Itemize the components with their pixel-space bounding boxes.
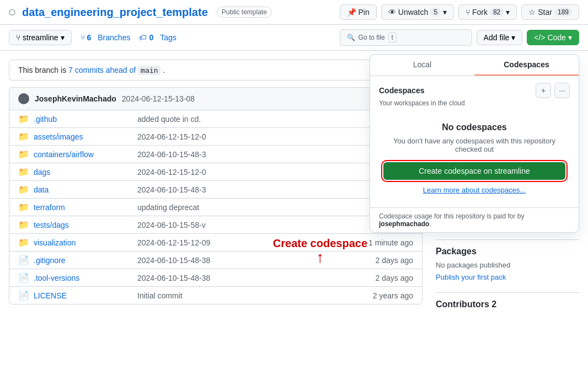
sub-bar: ⑂ streamline ▾ ⑂ 6 Branches 🏷 0 Tags 🔍 G… (0, 25, 588, 51)
branch-selector[interactable]: ⑂ streamline ▾ (9, 30, 72, 45)
branch-count-icon: ⑂ (81, 33, 85, 42)
ahead-alert: This branch is 7 commits ahead of main . (9, 60, 423, 81)
code-dropdown: Local Codespaces Codespaces + ··· Your w… (370, 54, 579, 233)
branch-icon: ⑂ (16, 33, 20, 42)
top-bar: ⬡ data_engineering_project_template Publ… (0, 0, 588, 25)
sidebar-divider3 (436, 292, 579, 293)
folder-icon: 📁 (18, 114, 29, 124)
no-codespaces-desc: You don't have any codespaces with this … (383, 137, 565, 153)
create-codespace-button[interactable]: Create codespace on streamline (383, 162, 565, 180)
fork-icon: ⑂ (466, 8, 470, 17)
chevron-down-icon2: ▾ (506, 8, 510, 17)
folder-icon: 📁 (18, 131, 29, 142)
pin-button[interactable]: 📌 Pin (340, 4, 377, 20)
file-name[interactable]: dags (34, 168, 133, 177)
pin-icon: 📌 (347, 8, 356, 17)
file-table-header: JosephKevinMachado 2024-06-12-15-13-08 (9, 88, 422, 110)
table-row: 📁containers/airflow2024-06-10-15-48-3 (9, 146, 422, 163)
file-name[interactable]: .github (34, 115, 133, 124)
file-name[interactable]: assets/images (34, 132, 133, 141)
file-time: 2 days ago (376, 256, 414, 265)
table-row: 📄.tool-versions2024-06-10-15-48-382 days… (9, 269, 422, 287)
codespaces-header: Codespaces + ··· (379, 83, 570, 98)
code-button[interactable]: </> Code ▾ (527, 30, 579, 45)
folder-icon: 📁 (18, 237, 29, 248)
code-icon: </> (534, 33, 545, 42)
tag-icon: 🏷 (139, 33, 147, 42)
commit-time: 2024-06-12-15-13-08 (122, 94, 195, 103)
repo-name[interactable]: data_engineering_project_template (22, 6, 208, 19)
file-icon: 📄 (18, 272, 29, 283)
file-name[interactable]: terraform (34, 203, 133, 212)
branches-link[interactable]: ⑂ 6 Branches (81, 33, 131, 42)
author-name[interactable]: JosephKevinMachado (35, 94, 116, 103)
folder-icon: 📁 (18, 220, 29, 230)
tab-local[interactable]: Local (370, 55, 474, 76)
tab-codespaces[interactable]: Codespaces (474, 55, 579, 76)
search-area: 🔍 Go to file t Add file ▾ </> Code ▾ Loc… (340, 29, 579, 46)
file-commit: Initial commit (137, 291, 368, 300)
table-row: 📁tests/dags2024-06-10-15-58-v (9, 216, 422, 234)
chevron-down-icon4: ▾ (511, 33, 515, 42)
file-name[interactable]: data (34, 185, 133, 194)
table-row: 📁terraformupdating deprecat (9, 199, 422, 216)
search-icon: 🔍 (347, 34, 355, 41)
folder-icon: 📁 (18, 184, 29, 195)
visibility-badge: Public template (217, 7, 272, 18)
packages-desc: No packages published (436, 261, 579, 269)
folder-icon: 📁 (18, 202, 29, 212)
file-name[interactable]: containers/airflow (34, 150, 133, 159)
file-icon: 📄 (18, 255, 29, 265)
annotation-label: Create codespace (273, 237, 367, 250)
codespaces-icons: + ··· (536, 83, 570, 98)
tags-link[interactable]: 🏷 0 Tags (139, 33, 176, 42)
search-shortcut: t (388, 33, 397, 42)
table-row: 📄LICENSEInitial commit2 years ago (9, 287, 422, 304)
star-button[interactable]: ☆ Star 189 (521, 4, 579, 20)
folder-icon: 📁 (18, 167, 29, 177)
sidebar-divider2 (436, 239, 579, 240)
table-row: 📁assets/images2024-06-12-15-12-0 (9, 128, 422, 146)
file-browser: This branch is 7 commits ahead of main .… (9, 60, 423, 320)
file-name[interactable]: visualization (34, 238, 133, 247)
unwatch-button[interactable]: 👁 Unwatch 5 ▾ (381, 4, 454, 20)
add-file-button[interactable]: Add file ▾ (477, 30, 523, 45)
file-icon: 📄 (18, 290, 29, 301)
chevron-down-icon5: ▾ (568, 33, 572, 42)
add-codespace-button[interactable]: + (536, 83, 551, 98)
packages-title: Packages (436, 247, 579, 256)
no-codespaces-title: No codespaces (383, 122, 565, 132)
dropdown-tabs: Local Codespaces (370, 55, 579, 76)
code-dropdown-wrapper: </> Code ▾ Local Codespaces Codespaces (527, 30, 579, 45)
file-time: 1 minute ago (368, 238, 413, 247)
file-name[interactable]: LICENSE (34, 291, 133, 300)
codespaces-title: Codespaces (379, 86, 424, 95)
contributors-section: Contributors 2 (436, 300, 579, 309)
contributors-title: Contributors 2 (436, 300, 579, 309)
star-icon: ☆ (528, 8, 536, 17)
fork-button[interactable]: ⑂ Fork 82 ▾ (458, 4, 517, 20)
annotation-arrow: ↑ (316, 250, 324, 265)
table-row: 📁.githubadded quote in cd. (9, 110, 422, 128)
file-name[interactable]: .gitignore (34, 256, 133, 265)
author-avatar (18, 93, 29, 104)
file-time: 2 days ago (376, 274, 414, 282)
folder-icon: 📁 (18, 149, 29, 159)
file-commit: 2024-06-10-15-48-38 (137, 274, 371, 282)
no-codespaces-panel: No codespaces You don't have any codespa… (379, 114, 570, 199)
file-name[interactable]: tests/dags (34, 221, 133, 229)
file-table: JosephKevinMachado 2024-06-12-15-13-08 📁… (9, 87, 423, 304)
go-to-file-input[interactable]: 🔍 Go to file t (340, 29, 472, 46)
file-rows-container: 📁.githubadded quote in cd.📁assets/images… (9, 110, 422, 304)
file-time: 2 years ago (373, 291, 413, 300)
table-row: 📁data2024-06-10-15-48-3 (9, 181, 422, 199)
top-actions: 📌 Pin 👁 Unwatch 5 ▾ ⑂ Fork 82 ▾ ☆ Star 1… (340, 4, 579, 20)
more-options-button[interactable]: ··· (554, 83, 570, 98)
table-row: 📁dags2024-06-12-15-12-0 (9, 163, 422, 181)
annotation-overlay: Create codespace ↑ (273, 237, 367, 265)
publish-package-link[interactable]: Publish your first pack (436, 273, 506, 281)
repo-icon: ⬡ (9, 8, 15, 17)
file-name[interactable]: .tool-versions (34, 274, 133, 282)
learn-more-link[interactable]: Learn more about codespaces... (423, 186, 526, 194)
commits-ahead-link[interactable]: 7 commits ahead of (68, 66, 136, 74)
